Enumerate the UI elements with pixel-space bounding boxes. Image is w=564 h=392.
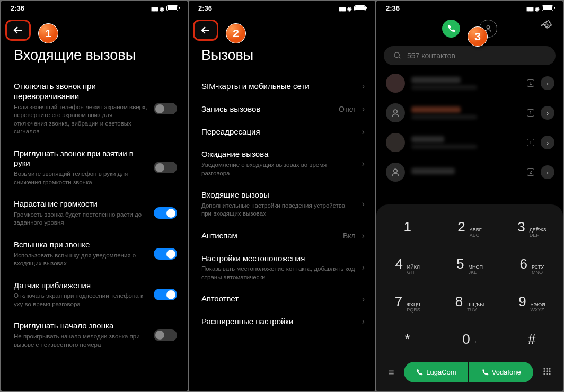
- key-digit: 4: [395, 256, 402, 272]
- setting-call-recording[interactable]: Запись вызововОткл›: [189, 98, 375, 121]
- wifi-icon: [535, 5, 540, 12]
- toggle-switch[interactable]: [154, 162, 177, 173]
- chevron-right-icon: ›: [362, 199, 365, 209]
- svg-point-10: [549, 370, 550, 372]
- key-letters: ЬЭЮЯWXYZ: [531, 302, 545, 313]
- toggle-switch[interactable]: [154, 289, 177, 300]
- setting-call-forwarding[interactable]: Переадресация›: [189, 121, 375, 144]
- settings-list: Отключать звонок при переворачиванииЕсли…: [1, 75, 188, 391]
- dial-key-3[interactable]: 3ДЕЁЖЗDEF: [501, 210, 563, 247]
- screen-dialer: 2:36 3 557 контактов 1 › 1 ›: [376, 1, 563, 391]
- battery-icon: [354, 5, 366, 11]
- status-time: 2:36: [198, 4, 212, 12]
- sim-badge: 1: [527, 139, 534, 146]
- status-icons: [526, 5, 553, 12]
- status-bar: 2:36: [189, 1, 375, 12]
- signal-icon: [339, 5, 345, 12]
- contact-detail-button[interactable]: ›: [541, 76, 554, 90]
- setting-label: Переадресация: [201, 127, 356, 137]
- battery-icon: [166, 5, 178, 11]
- chevron-right-icon: ›: [362, 295, 365, 304]
- status-time: 2:36: [11, 4, 24, 12]
- dial-key-2[interactable]: 2АБВГABC: [438, 210, 500, 247]
- contact-detail-button[interactable]: ›: [541, 165, 554, 179]
- screen-incoming-calls: 2:36 1 Входящие вызовы Отключать звонок …: [1, 1, 188, 391]
- dial-key-9[interactable]: 9ЬЭЮЯWXYZ: [501, 284, 563, 322]
- dialpad-toggle-button[interactable]: [539, 366, 556, 379]
- svg-point-2: [394, 52, 399, 57]
- setting-desc: Дополнительные настройки поведения устро…: [201, 202, 356, 218]
- dialer-tab-button[interactable]: [442, 20, 460, 38]
- setting-value: Откл: [339, 105, 356, 113]
- setting-increasing-volume[interactable]: Нарастание громкостиГромкость звонка буд…: [1, 193, 188, 234]
- phone-icon: [447, 24, 455, 33]
- setting-incoming-calls[interactable]: Входящие вызовыДополнительные настройки …: [189, 184, 375, 225]
- svg-point-9: [546, 370, 548, 372]
- setting-desc: Отключать экран при поднесении телефона …: [14, 292, 147, 308]
- call-sim2-button[interactable]: Vodafone: [469, 362, 533, 382]
- search-icon: [393, 51, 402, 60]
- dial-key-8[interactable]: 8ШЩЪЫTUV: [438, 284, 500, 322]
- menu-button[interactable]: ≡: [384, 366, 399, 378]
- contact-name-blurred: [411, 77, 461, 83]
- dial-key-1[interactable]: 1: [376, 210, 438, 247]
- page-title: Вызовы: [189, 43, 375, 75]
- contact-row[interactable]: 2 ›: [376, 157, 563, 187]
- back-arrow-icon: [12, 24, 24, 37]
- contact-name-blurred: [411, 106, 461, 113]
- dial-key-5[interactable]: 5МНОПJKL: [438, 247, 500, 284]
- back-button[interactable]: [5, 20, 31, 41]
- toggle-switch[interactable]: [154, 103, 177, 114]
- setting-label: Запись вызовов: [201, 104, 332, 114]
- toggle-switch[interactable]: [154, 329, 177, 341]
- call-sim1-button[interactable]: LugaCom: [404, 362, 469, 382]
- contact-row[interactable]: 1 ›: [376, 98, 563, 128]
- setting-label: Нарастание громкости: [14, 199, 147, 209]
- dial-pad: 12АБВГABC3ДЕЁЖЗDEF4ИЙКЛGHI5МНОПJKL6РСТУM…: [376, 204, 563, 391]
- contact-detail-button[interactable]: ›: [541, 136, 554, 149]
- setting-desc: Использовать вспышку для уведомления о в…: [14, 252, 147, 268]
- page-title: Входящие вызовы: [1, 43, 188, 75]
- sim1-label: LugaCom: [426, 368, 456, 376]
- contact-row[interactable]: 1 ›: [376, 128, 563, 157]
- sim-badge: 1: [527, 109, 534, 117]
- status-time: 2:36: [386, 4, 400, 12]
- dial-key-0[interactable]: 0+: [438, 322, 500, 357]
- dial-key-4[interactable]: 4ИЙКЛGHI: [376, 247, 438, 284]
- status-bar: 2:36: [376, 1, 563, 12]
- avatar: [386, 163, 405, 182]
- svg-point-8: [543, 370, 545, 372]
- setting-proximity-sensor[interactable]: Датчик приближенияОтключать экран при по…: [1, 274, 188, 315]
- setting-flip-to-silence[interactable]: Отключать звонок при переворачиванииЕсли…: [1, 75, 188, 142]
- key-letters: ШЩЪЫTUV: [467, 302, 484, 313]
- chevron-right-icon: ›: [362, 159, 365, 168]
- chevron-right-icon: ›: [362, 104, 365, 114]
- setting-sim-networks[interactable]: SIM-карты и мобильные сети›: [189, 75, 375, 98]
- toggle-switch[interactable]: [154, 207, 177, 219]
- dial-key-#[interactable]: #: [501, 322, 563, 357]
- contact-detail-button[interactable]: ›: [541, 106, 554, 120]
- setting-antispam[interactable]: АнтиспамВкл›: [189, 225, 375, 247]
- setting-auto-answer[interactable]: Автоответ›: [189, 288, 375, 310]
- chevron-right-icon: ›: [362, 317, 365, 326]
- search-input[interactable]: 557 контактов: [384, 46, 556, 65]
- setting-flash-on-call[interactable]: Вспышка при звонкеИспользовать вспышку д…: [1, 234, 188, 274]
- dial-key-*[interactable]: *: [376, 322, 438, 357]
- key-digit: 6: [519, 256, 527, 272]
- setting-pickup-mute[interactable]: Приглушать звонок при взятии в рукиВозьм…: [1, 142, 188, 193]
- dial-key-7[interactable]: 7ФХЦЧPQRS: [376, 284, 438, 322]
- dial-key-6[interactable]: 6РСТУMNO: [501, 247, 563, 284]
- setting-label: Ожидание вызова: [201, 149, 356, 159]
- contact-row[interactable]: 1 ›: [376, 68, 563, 98]
- toggle-switch[interactable]: [154, 248, 177, 260]
- back-button[interactable]: [193, 20, 218, 41]
- key-letters: АБВГABC: [470, 228, 482, 238]
- setting-desc: Если звонящий телефон лежит экраном ввер…: [14, 103, 147, 136]
- setting-mute-ring-start[interactable]: Приглушать начало звонкаНе проигрывать н…: [1, 315, 188, 355]
- svg-point-12: [546, 373, 548, 375]
- setting-call-waiting[interactable]: Ожидание вызоваУведомление о входящих вы…: [189, 143, 375, 184]
- setting-location[interactable]: Настройки местоположенияПоказывать место…: [189, 247, 375, 288]
- contact-name-blurred: [411, 136, 444, 142]
- setting-advanced[interactable]: Расширенные настройки›: [189, 310, 375, 333]
- settings-button[interactable]: [541, 20, 552, 33]
